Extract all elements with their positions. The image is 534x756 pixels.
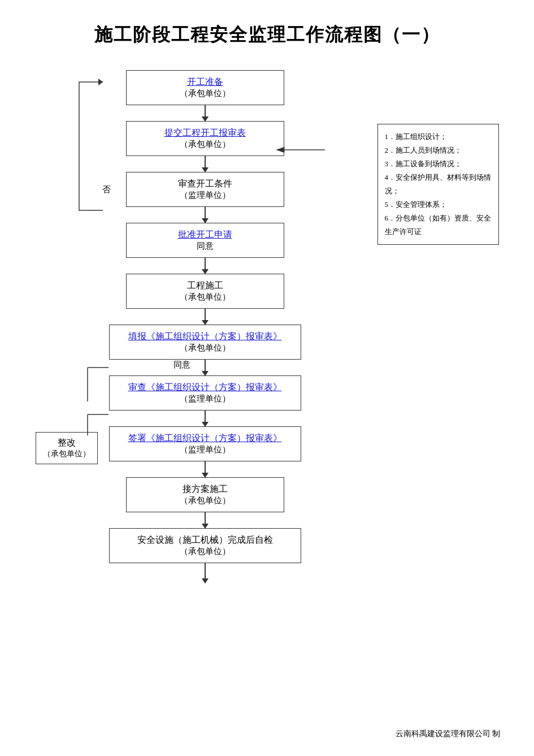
box2-line2: （承包单位）	[138, 139, 272, 150]
arrow7	[205, 411, 206, 426]
box-shencha2: 审查《施工组织设计（方案）报审表》 （监理单位）	[109, 375, 301, 411]
box-anquan-sheshi: 安全设施（施工机械）完成后自检 （承包单位）	[109, 528, 301, 563]
box6-line2: （承包单位）	[121, 343, 289, 353]
note-item-4: 4．安全保护用具、材料等到场情况；	[385, 171, 492, 198]
box-kaigong-zhunbei: 开工准备 （承包单位）	[126, 70, 284, 105]
box-shencha: 审查开工条件 （监理单位）	[126, 172, 284, 207]
agree-label-1: 同意	[173, 360, 190, 370]
box6-line1: 填报《施工组织设计（方案）报审表》	[121, 331, 289, 343]
main-flow: 开工准备 （承包单位） 提交工程开工报审表 （承包单位）	[103, 70, 307, 583]
box9-line1: 接方案施工	[138, 483, 272, 495]
flowchart-layout: 1．施工组织设计； 2．施工人员到场情况； 3．施工设备到场情况； 4．安全保护…	[36, 70, 499, 583]
box10-line1: 安全设施（施工机械）完成后自检	[121, 534, 289, 546]
arrow4	[205, 258, 206, 274]
rectify-line1: 整改	[43, 437, 90, 449]
arrow9	[205, 512, 206, 528]
box-tianbao: 填报《施工组织设计（方案）报审表》 （承包单位）	[109, 325, 301, 360]
arrow6: 同意	[205, 360, 206, 375]
box7-line1: 审查《施工组织设计（方案）报审表》	[121, 382, 289, 394]
box-jie-fangan: 接方案施工 （承包单位）	[126, 477, 284, 512]
note-item-2: 2．施工人员到场情况；	[385, 144, 492, 157]
arrow-final	[205, 563, 206, 583]
rectify-box: 整改 （承包单位）	[36, 432, 98, 464]
note-item-3: 3．施工设备到场情况；	[385, 157, 492, 171]
arrow5	[205, 309, 206, 325]
box-pizhun: 批准开工申请 同意	[126, 223, 284, 258]
box5-line1: 工程施工	[138, 280, 272, 292]
box4-line1: 批准开工申请	[138, 229, 272, 241]
arrow3	[205, 207, 206, 223]
box3-line2: （监理单位）	[138, 190, 272, 201]
box9-line2: （承包单位）	[138, 495, 272, 506]
page: 施工阶段工程安全监理工作流程图（一） 1．施工组织设计； 2．施工人员到场情况；…	[0, 0, 534, 756]
box3-line1: 审查开工条件	[138, 178, 272, 190]
note-item-5: 5．安全管理体系；	[385, 198, 492, 211]
box1-line1: 开工准备	[138, 76, 272, 88]
box-tijiao: 提交工程开工报审表 （承包单位）	[126, 121, 284, 156]
box2-line1: 提交工程开工报审表	[138, 127, 272, 139]
box10-line2: （承包单位）	[121, 546, 289, 557]
box8-line2: （监理单位）	[121, 444, 289, 455]
box-qianshu: 签署《施工组织设计（方案）报审表》 （监理单位）	[109, 426, 301, 461]
no-label: 否	[102, 184, 111, 195]
box5-line2: （承包单位）	[138, 292, 272, 303]
rectify-line2: （承包单位）	[43, 449, 90, 459]
note-item-1: 1．施工组织设计；	[385, 130, 492, 144]
box8-line1: 签署《施工组织设计（方案）报审表》	[121, 433, 289, 444]
note-item-6: 6．分包单位（如有）资质、安全生产许可证	[385, 211, 492, 239]
arrow8	[205, 461, 206, 477]
side-note-box: 1．施工组织设计； 2．施工人员到场情况； 3．施工设备到场情况； 4．安全保护…	[377, 124, 499, 245]
box7-line2: （监理单位）	[121, 394, 289, 404]
arrow1	[205, 105, 206, 121]
page-title: 施工阶段工程安全监理工作流程图（一）	[34, 23, 500, 47]
arrow2	[205, 156, 206, 172]
box1-line2: （承包单位）	[138, 88, 272, 99]
footer-text: 云南科禹建设监理有限公司 制	[396, 729, 501, 739]
box4-line2: 同意	[138, 241, 272, 252]
box-gongcheng-shigong: 工程施工 （承包单位）	[126, 274, 284, 309]
